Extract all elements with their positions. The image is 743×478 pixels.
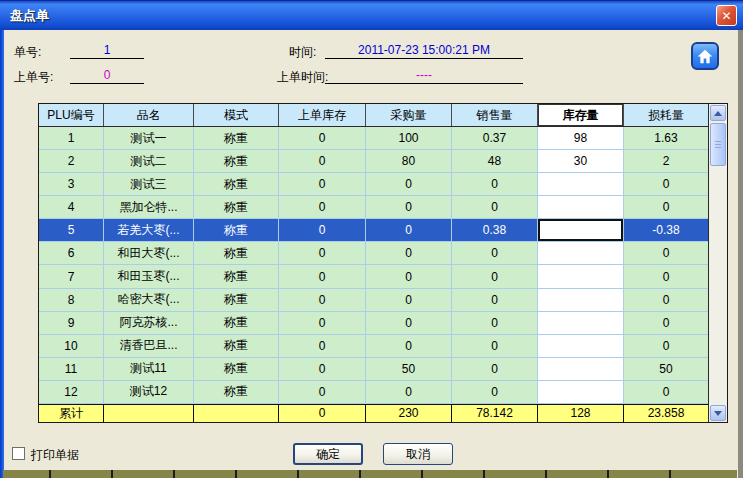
ok-button[interactable]: 确定 — [293, 443, 363, 465]
table-cell[interactable]: -0.38 — [624, 219, 708, 241]
table-cell[interactable]: 12 — [39, 381, 104, 403]
table-cell[interactable]: 5 — [39, 219, 104, 241]
table-cell[interactable]: 50 — [366, 358, 452, 380]
table-cell[interactable]: 6 — [39, 242, 104, 264]
table-cell[interactable]: 0 — [279, 358, 366, 380]
table-cell[interactable]: 0 — [452, 173, 538, 195]
table-cell[interactable] — [538, 381, 624, 403]
table-cell[interactable]: 0 — [279, 127, 366, 149]
table-cell[interactable]: 0 — [624, 289, 708, 311]
table-cell[interactable]: 0 — [366, 312, 452, 334]
table-cell[interactable]: 测试三 — [104, 173, 194, 195]
table-cell[interactable]: 48 — [452, 150, 538, 172]
table-cell[interactable]: 测试一 — [104, 127, 194, 149]
table-cell[interactable]: 9 — [39, 312, 104, 334]
table-cell[interactable]: 0 — [624, 196, 708, 218]
table-cell[interactable]: 0 — [452, 289, 538, 311]
table-cell[interactable]: 0 — [452, 265, 538, 287]
table-cell[interactable]: 0 — [624, 335, 708, 357]
table-cell[interactable]: 称重 — [194, 219, 279, 241]
table-cell[interactable]: 0 — [624, 173, 708, 195]
table-cell[interactable]: 称重 — [194, 173, 279, 195]
table-cell[interactable]: 0.37 — [452, 127, 538, 149]
column-header[interactable]: 上单库存 — [279, 104, 366, 126]
table-cell[interactable]: 0 — [366, 381, 452, 403]
table-cell[interactable]: 0 — [366, 335, 452, 357]
table-cell[interactable]: 0 — [366, 173, 452, 195]
table-cell[interactable]: 测试12 — [104, 381, 194, 403]
table-row[interactable]: 12测试12称重0000 — [39, 381, 708, 404]
vertical-scrollbar[interactable] — [708, 104, 727, 422]
table-cell[interactable] — [538, 242, 624, 264]
table-cell[interactable]: 称重 — [194, 289, 279, 311]
table-cell[interactable]: 称重 — [194, 196, 279, 218]
title-bar[interactable]: 盘点单 ✕ — [0, 0, 743, 30]
table-cell[interactable]: 称重 — [194, 312, 279, 334]
table-cell[interactable]: 称重 — [194, 335, 279, 357]
table-row[interactable]: 5若羌大枣(...称重000.38-0.38 — [39, 219, 708, 242]
table-cell[interactable]: 0 — [279, 150, 366, 172]
column-header[interactable]: 采购量 — [366, 104, 452, 126]
table-cell[interactable]: 0 — [279, 242, 366, 264]
scroll-up-button[interactable] — [710, 105, 726, 121]
table-cell[interactable]: 0 — [279, 312, 366, 334]
table-cell[interactable]: 称重 — [194, 242, 279, 264]
table-cell[interactable]: 0 — [624, 312, 708, 334]
table-row[interactable]: 3测试三称重0000 — [39, 173, 708, 196]
table-cell[interactable]: 0 — [279, 335, 366, 357]
table-cell[interactable] — [538, 173, 624, 195]
table-cell[interactable]: 0 — [452, 196, 538, 218]
table-cell[interactable]: 10 — [39, 335, 104, 357]
table-cell[interactable]: 0 — [279, 381, 366, 403]
table-cell[interactable]: 阿克苏核... — [104, 312, 194, 334]
table-cell[interactable]: 和田大枣(... — [104, 242, 194, 264]
table-cell[interactable]: 98 — [538, 127, 624, 149]
table-cell[interactable]: 称重 — [194, 265, 279, 287]
table-cell[interactable] — [538, 312, 624, 334]
table-cell[interactable] — [538, 289, 624, 311]
table-cell[interactable] — [538, 358, 624, 380]
table-cell[interactable]: 0 — [366, 219, 452, 241]
close-button[interactable]: ✕ — [716, 5, 737, 26]
table-cell[interactable]: 50 — [624, 358, 708, 380]
column-header[interactable]: 品名 — [104, 104, 194, 126]
table-cell[interactable]: 0.38 — [452, 219, 538, 241]
column-header[interactable]: PLU编号 — [39, 104, 104, 126]
table-cell[interactable]: 0 — [452, 242, 538, 264]
table-row[interactable]: 9阿克苏核...称重0000 — [39, 312, 708, 335]
table-cell[interactable]: 0 — [366, 242, 452, 264]
table-cell[interactable]: 0 — [366, 196, 452, 218]
table-cell[interactable]: 3 — [39, 173, 104, 195]
table-cell[interactable]: 0 — [279, 196, 366, 218]
table-cell[interactable]: 0 — [366, 265, 452, 287]
table-cell[interactable]: 和田玉枣(... — [104, 265, 194, 287]
table-cell[interactable]: 0 — [452, 335, 538, 357]
table-row[interactable]: 4黑加仑特...称重0000 — [39, 196, 708, 219]
table-row[interactable]: 11测试11称重050050 — [39, 358, 708, 381]
table-cell[interactable]: 30 — [538, 150, 624, 172]
table-cell[interactable]: 0 — [624, 265, 708, 287]
table-row[interactable]: 6和田大枣(...称重0000 — [39, 242, 708, 265]
table-cell[interactable]: 100 — [366, 127, 452, 149]
table-cell[interactable]: 0 — [279, 219, 366, 241]
table-cell[interactable]: 80 — [366, 150, 452, 172]
table-cell[interactable]: 0 — [452, 381, 538, 403]
table-cell[interactable]: 称重 — [194, 150, 279, 172]
table-cell[interactable]: 0 — [452, 312, 538, 334]
table-row[interactable]: 8哈密大枣(...称重0000 — [39, 289, 708, 312]
table-cell[interactable] — [538, 219, 624, 241]
scrollbar-thumb[interactable] — [710, 123, 726, 166]
table-cell[interactable] — [538, 265, 624, 287]
table-cell[interactable]: 7 — [39, 265, 104, 287]
table-cell[interactable]: 0 — [624, 242, 708, 264]
table-cell[interactable]: 0 — [366, 289, 452, 311]
table-cell[interactable] — [538, 196, 624, 218]
table-row[interactable]: 1测试一称重01000.37981.63 — [39, 127, 708, 150]
table-cell[interactable]: 黑加仑特... — [104, 196, 194, 218]
table-cell[interactable]: 哈密大枣(... — [104, 289, 194, 311]
table-cell[interactable]: 称重 — [194, 381, 279, 403]
table-cell[interactable]: 测试二 — [104, 150, 194, 172]
table-cell[interactable]: 测试11 — [104, 358, 194, 380]
table-cell[interactable]: 2 — [624, 150, 708, 172]
scroll-down-button[interactable] — [710, 405, 726, 421]
